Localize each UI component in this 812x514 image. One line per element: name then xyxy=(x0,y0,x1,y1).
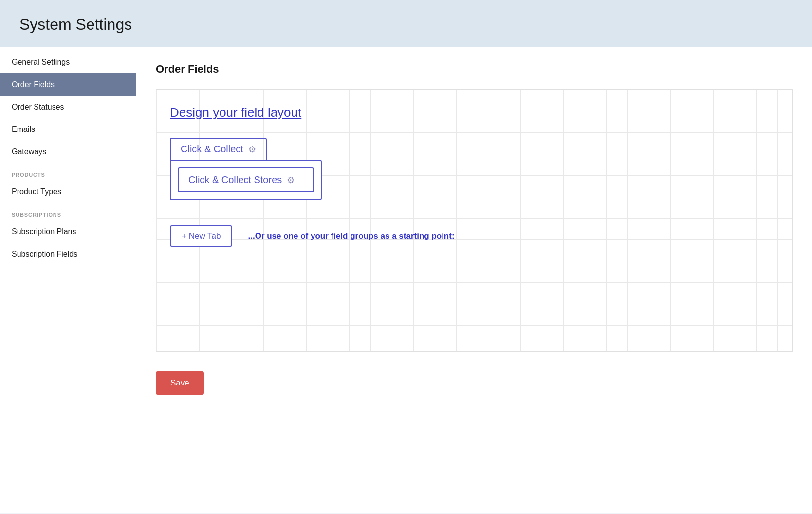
page-header: System Settings xyxy=(0,0,812,47)
page-title: System Settings xyxy=(19,16,793,34)
field-click-collect-stores[interactable]: Click & Collect Stores ⚙ xyxy=(178,167,314,192)
sidebar-item-order-statuses[interactable]: Order Statuses xyxy=(0,96,136,118)
section-title: Order Fields xyxy=(156,63,793,75)
bottom-actions: + New Tab ...Or use one of your field gr… xyxy=(170,225,778,247)
sidebar-item-product-types[interactable]: Product Types xyxy=(0,181,136,203)
main-content: Order Fields Design your field layout Cl… xyxy=(136,47,812,513)
sidebar-section-products: PRODUCTS xyxy=(0,163,136,181)
field-click-collect-stores-gear-icon[interactable]: ⚙ xyxy=(287,175,295,185)
sidebar-item-order-fields[interactable]: Order Fields xyxy=(0,73,136,96)
sidebar-item-general-settings[interactable]: General Settings xyxy=(0,51,136,73)
sidebar-item-emails[interactable]: Emails xyxy=(0,118,136,141)
tab-click-collect-body: Click & Collect Stores ⚙ xyxy=(170,160,322,200)
tab-click-collect-label: Click & Collect xyxy=(181,144,243,155)
sidebar-item-subscription-plans[interactable]: Subscription Plans xyxy=(0,220,136,243)
tab-click-collect-header[interactable]: Click & Collect ⚙ xyxy=(171,139,266,160)
sidebar-item-gateways[interactable]: Gateways xyxy=(0,141,136,163)
sidebar: General Settings Order Fields Order Stat… xyxy=(0,47,136,513)
design-field-layout-link[interactable]: Design your field layout xyxy=(170,105,778,120)
field-click-collect-stores-label: Click & Collect Stores xyxy=(188,174,282,185)
save-section: Save xyxy=(156,371,793,395)
starting-point-text: ...Or use one of your field groups as a … xyxy=(248,231,454,241)
tab-click-collect-container: Click & Collect ⚙ Click & Collect Stores… xyxy=(170,138,322,200)
tab-click-collect-gear-icon[interactable]: ⚙ xyxy=(248,144,256,155)
new-tab-button[interactable]: + New Tab xyxy=(170,225,232,247)
sidebar-item-subscription-fields[interactable]: Subscription Fields xyxy=(0,243,136,265)
field-layout-area: Design your field layout Click & Collect… xyxy=(156,89,793,352)
sidebar-section-subscriptions: SUBSCRIPTIONS xyxy=(0,203,136,220)
tab-click-collect-header-outer: Click & Collect ⚙ xyxy=(170,138,267,160)
save-button[interactable]: Save xyxy=(156,371,204,395)
